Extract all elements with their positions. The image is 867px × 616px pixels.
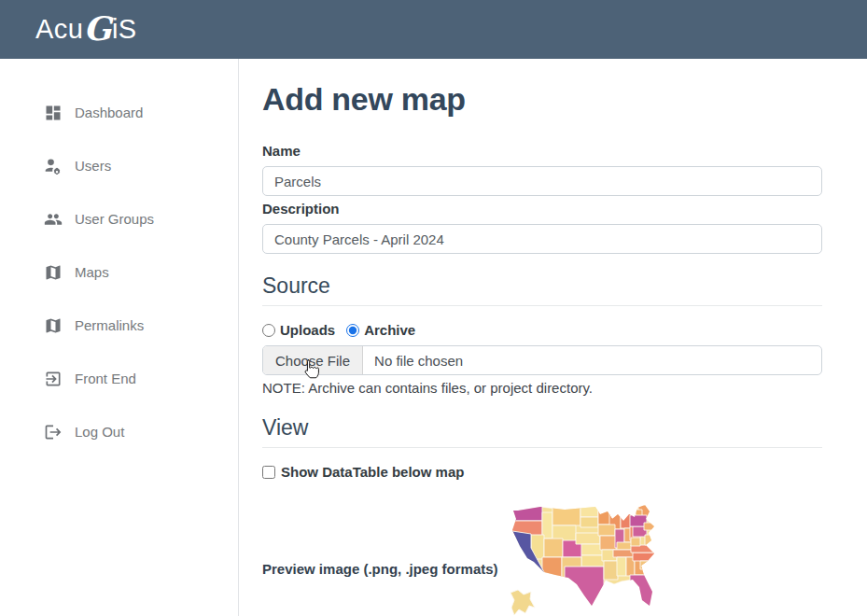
sidebar-nav: Dashboard Users User Groups Maps Permali… <box>0 59 239 616</box>
archive-radio[interactable] <box>346 324 359 337</box>
sidebar-item-label: User Groups <box>75 211 154 227</box>
sidebar-item-maps[interactable]: Maps <box>0 245 238 299</box>
source-section-heading: Source <box>262 273 822 306</box>
enter-app-icon <box>44 370 63 388</box>
alaska-shape <box>510 590 535 615</box>
show-datatable-label[interactable]: Show DataTable below map <box>281 464 464 480</box>
page-title: Add new map <box>262 81 822 118</box>
sidebar-item-users[interactable]: Users <box>0 139 238 192</box>
map-icon <box>44 263 63 282</box>
source-type-radios: Uploads Archive <box>262 322 822 338</box>
archive-file-input[interactable]: Choose File No file chosen <box>262 345 822 375</box>
name-label: Name <box>262 143 822 159</box>
archive-radio-label[interactable]: Archive <box>364 322 415 338</box>
logo-prefix: Acu <box>35 14 83 44</box>
sidebar-item-user-groups[interactable]: User Groups <box>0 192 238 245</box>
sidebar-item-front-end[interactable]: Front End <box>0 352 238 405</box>
logo-accent: G <box>83 9 111 48</box>
map-icon <box>44 316 63 335</box>
file-chosen-status: No file chosen <box>363 353 463 369</box>
app-logo: AcuGiS <box>35 14 137 45</box>
uploads-radio[interactable] <box>262 324 275 337</box>
sidebar-item-label: Maps <box>75 264 109 280</box>
sidebar-item-label: Log Out <box>75 424 124 440</box>
name-input[interactable] <box>262 166 822 196</box>
datatable-checkbox-row: Show DataTable below map <box>262 464 822 480</box>
logo-suffix: iS <box>112 14 137 44</box>
choose-file-button[interactable]: Choose File <box>263 346 363 374</box>
archive-note: NOTE: Archive can contains files, or pro… <box>262 380 822 396</box>
sidebar-item-label: Dashboard <box>75 105 143 120</box>
preview-image-label: Preview image (.png, .jpeg formats) <box>262 561 509 577</box>
sidebar-item-label: Users <box>75 158 111 174</box>
user-group-icon <box>44 210 63 229</box>
sidebar-item-label: Permalinks <box>75 317 144 333</box>
uploads-radio-label[interactable]: Uploads <box>280 322 335 338</box>
sidebar-item-log-out[interactable]: Log Out <box>0 405 238 458</box>
view-section-heading: View <box>262 415 822 448</box>
sidebar-item-permalinks[interactable]: Permalinks <box>0 299 238 352</box>
show-datatable-checkbox[interactable] <box>262 466 275 479</box>
app-header: AcuGiS <box>0 0 867 59</box>
description-label: Description <box>262 201 822 217</box>
sidebar-item-label: Front End <box>75 371 136 386</box>
dashboard-icon <box>44 104 63 122</box>
logout-icon <box>44 423 63 441</box>
main-content: Add new map Name Description Source Uplo… <box>240 59 867 616</box>
preview-image-row: Preview image (.png, .jpeg formats) <box>262 503 822 616</box>
sidebar-item-dashboard[interactable]: Dashboard <box>0 86 238 139</box>
description-input[interactable] <box>262 224 822 254</box>
us-choropleth-preview-image <box>509 503 665 616</box>
user-gear-icon <box>44 157 63 175</box>
